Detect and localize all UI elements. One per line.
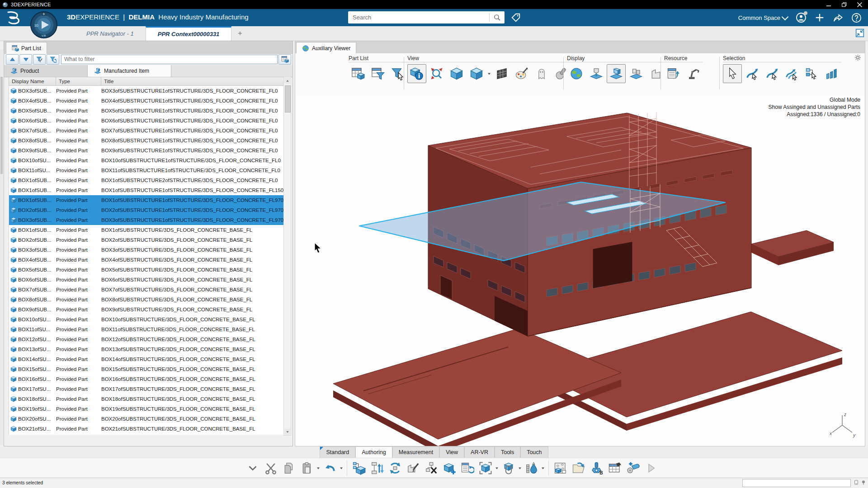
table-row[interactable]: BOX2ofSUB...Provided PartBOX2ofSUBSTRUCT… [9,235,285,245]
table-row[interactable]: BOX6ofSUB...Provided PartBOX6ofSUBSTRUCT… [9,275,285,285]
table-row[interactable]: BOX7ofSUB...Provided PartBOX7ofSUBSTRUCT… [9,126,285,136]
pick-from-list-button[interactable] [388,64,407,83]
pin-icon[interactable] [861,479,866,486]
show-assigned-unassigned-button[interactable] [607,64,626,83]
table-row[interactable]: BOX14ofSU...Provided PartBOX14ofSUBSTRUC… [9,354,285,364]
part-list-scrollbar[interactable] [283,77,291,436]
render-style-button[interactable] [467,64,486,83]
paste-button-dropdown[interactable] [316,460,321,477]
filter-input[interactable] [61,55,278,64]
ribbon-tab-tools[interactable]: Tools [495,446,520,458]
table-row[interactable]: BOX2ofSUB...Provided PartBOX2ofSUBSTRUCT… [9,205,285,215]
more-tools-button[interactable] [642,460,660,477]
scroll-up-button[interactable] [284,78,290,84]
table-row[interactable]: BOX5ofSUB...Provided PartBOX5ofSUBSTRUCT… [9,265,285,275]
create-part-button[interactable] [441,460,458,477]
undo-button-dropdown[interactable] [340,460,344,477]
table-row[interactable]: BOX8ofSUB...Provided PartBOX8ofSUBSTRUCT… [9,295,285,305]
table-row[interactable]: BOX9ofSUB...Provided PartBOX9ofSUBSTRUCT… [9,145,285,155]
table-row[interactable]: BOX6ofSUB...Provided PartBOX6ofSUBSTRUCT… [9,116,285,126]
table-row[interactable]: BOX3ofSUB...Provided PartBOX3ofSUBSTRUCT… [9,86,285,96]
table-row[interactable]: BOX21ofSU...Provided PartBOX21ofSUBSTRUC… [9,424,285,434]
edit-part-button[interactable] [405,460,422,477]
remove-assignment-button[interactable] [423,460,440,477]
table-settings-button[interactable] [278,54,291,65]
filter-edit-button[interactable] [33,54,46,65]
table-row[interactable]: BOX11ofSU...Provided PartBOX11ofSUBSTRUC… [9,324,285,334]
select-linked-button[interactable] [802,64,821,83]
assign-item-button[interactable] [350,460,368,477]
ribbon-tab-ar-vr[interactable]: AR-VR [464,446,495,458]
ribbon-tab-view[interactable]: View [439,446,464,458]
help-button[interactable] [851,13,862,23]
move-up-button[interactable] [6,54,19,65]
search-input[interactable] [348,14,489,21]
restore-button[interactable] [836,0,852,9]
table-row[interactable]: BOX13ofSU...Provided PartBOX13ofSUBSTRUC… [9,344,285,354]
ribbon-collapse-button[interactable] [244,460,261,477]
scrollbar-thumb[interactable] [0,77,3,174]
table-row[interactable]: BOX17ofSU...Provided PartBOX17ofSUBSTRUC… [9,384,285,394]
select-assign-scope-button[interactable] [763,64,782,83]
add-content-button[interactable] [815,13,825,23]
3d-compass[interactable]: 3D V.R [30,11,58,39]
viewer-settings-button[interactable] [854,54,861,61]
table-row[interactable]: BOX4ofSUB...Provided PartBOX4ofSUBSTRUCT… [9,255,285,265]
column-display-button[interactable] [822,64,841,83]
zoom-fit-button[interactable] [427,64,446,83]
update-list-button[interactable] [459,460,476,477]
ribbon-tab-measurement[interactable]: Measurement [392,446,439,458]
show-assigned-button[interactable] [587,64,606,83]
close-button[interactable] [852,0,867,9]
select-multi-assign-button[interactable] [783,64,802,83]
volume-filter-button-dropdown[interactable] [518,460,522,477]
import-button[interactable] [570,460,587,477]
show-part-list-button[interactable] [349,64,368,83]
share-button[interactable] [833,13,843,23]
profile-button[interactable] [796,12,807,23]
ribbon-tab-touch[interactable]: Touch [520,446,548,458]
table-row[interactable]: BOX1ofSUB...Provided PartBOX1ofSUBSTRUCT… [9,185,285,195]
scope-box-button[interactable] [477,460,494,477]
column-header[interactable]: Title [101,77,284,85]
ribbon-tab-standard[interactable]: Standard [320,446,355,458]
cut-button[interactable] [262,460,279,477]
resource-robot-button[interactable] [684,64,703,83]
show-unassigned-button[interactable] [627,64,646,83]
minimize-button[interactable] [821,0,836,9]
table-row[interactable]: BOX3ofSUB...Provided PartBOX3ofSUBSTRUCT… [9,215,285,225]
undo-button[interactable] [321,460,339,477]
add-tab-button[interactable]: + [231,26,248,41]
show-part-only-button[interactable] [646,64,665,83]
ribbon-tab-authoring[interactable]: Authoring [355,446,392,458]
paste-button[interactable] [298,460,316,477]
paint-mode-button[interactable] [512,64,531,83]
exit-fullscreen-button[interactable] [855,28,864,38]
table-row[interactable]: BOX3ofSUB...Provided PartBOX3ofSUBSTRUCT… [9,245,285,255]
workspace-tab[interactable]: PPR Context00000331 [146,26,232,41]
add-stock-button[interactable] [624,460,642,477]
table-row[interactable]: BOX8ofSUB...Provided PartBOX8ofSUBSTRUCT… [9,136,285,145]
bi-essentials-button[interactable] [552,460,569,477]
table-edit-button[interactable] [606,460,623,477]
copy-button[interactable] [280,460,297,477]
part-list-tab[interactable]: Part List [6,42,47,54]
table-row[interactable]: BOX19ofSU...Provided PartBOX19ofSUBSTRUC… [9,404,285,414]
column-header[interactable]: Type [56,77,101,85]
view-tab-product[interactable]: Product [4,65,88,77]
table-row[interactable]: BOX1ofSUB...Provided PartBOX1ofSUBSTRUCT… [9,175,285,185]
table-row[interactable]: BOX9ofSUB...Provided PartBOX9ofSUBSTRUCT… [9,305,285,314]
table-row[interactable]: BOX10ofSU...Provided PartBOX10ofSUBSTRUC… [9,314,285,324]
auxiliary-viewer-tab[interactable]: Auxiliary Viewer [296,42,356,54]
viewer-3d-scene[interactable]: z x y [296,95,865,446]
scrollbar-thumb[interactable] [285,85,291,113]
workspace-tab[interactable]: PPR Navigator - 1 [75,26,146,41]
collaborative-space-selector[interactable]: Common Space [738,14,788,21]
table-row[interactable]: BOX10ofSU...Provided PartBOX10ofSUBSTRUC… [9,155,285,165]
table-row[interactable]: BOX16ofSU...Provided PartBOX16ofSUBSTRUC… [9,374,285,384]
scope-box-button-dropdown[interactable] [495,460,499,477]
table-row[interactable]: BOX15ofSU...Provided PartBOX15ofSUBSTRUC… [9,364,285,374]
window-left-scrollbar[interactable] [0,50,3,445]
move-down-button[interactable] [19,54,32,65]
table-row[interactable]: BOX11ofSU...Provided PartBOX11ofSUBSTRUC… [9,165,285,175]
